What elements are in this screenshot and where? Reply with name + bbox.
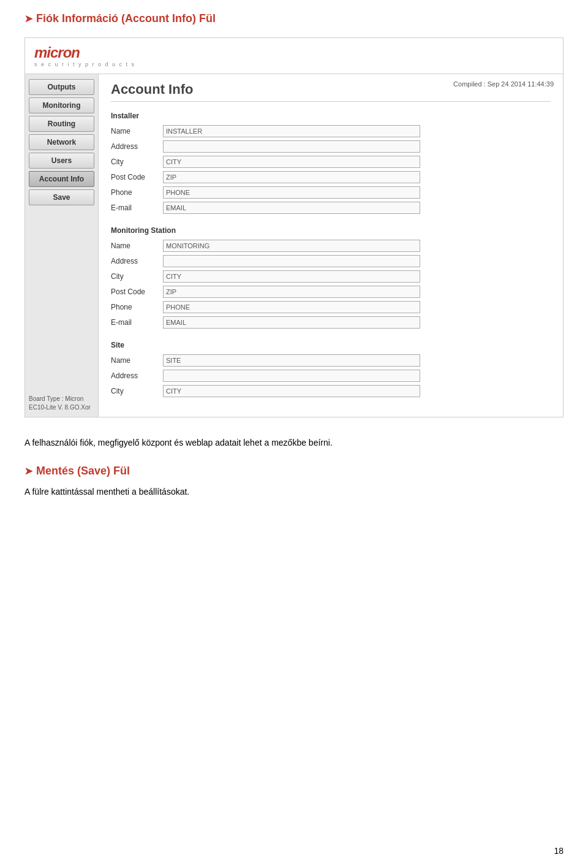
input-site-city[interactable]	[163, 385, 420, 397]
page-heading-text: Fiók Információ (Account Info) Fül	[36, 12, 216, 25]
form-row-site-name: Name	[111, 354, 551, 367]
label-address-3: Address	[111, 371, 163, 380]
sidebar-btn-routing[interactable]: Routing	[29, 116, 94, 132]
form-row-installer-name: Name	[111, 125, 551, 137]
form-row-installer-phone: Phone	[111, 186, 551, 199]
save-heading-text: Mentés (Save) Fül	[36, 465, 130, 478]
label-city-3: City	[111, 387, 163, 395]
input-installer-phone[interactable]	[163, 186, 420, 199]
input-monitoring-address[interactable]	[163, 255, 420, 267]
input-installer-city[interactable]	[163, 156, 420, 168]
sidebar-footer: Board Type : Micron EC10-Lite V. 8.GO.Xo…	[29, 390, 94, 412]
board-version: EC10-Lite V. 8.GO.Xor	[29, 404, 91, 411]
form-row-monitoring-postcode: Post Code	[111, 286, 551, 298]
logo: micron s e c u r i t y p r o d u c t s	[34, 44, 135, 67]
form-row-installer-city: City	[111, 156, 551, 168]
installer-section-label: Installer	[111, 112, 551, 120]
save-section-heading: Mentés (Save) Fül	[24, 465, 564, 478]
label-address-1: Address	[111, 142, 163, 151]
compiled-info: Compiled : Sep 24 2014 11:44:39	[453, 80, 554, 88]
app-body: Outputs Monitoring Routing Network Users…	[25, 74, 563, 417]
board-type-label: Board Type : Micron	[29, 395, 83, 402]
save-description: A fülre kattintással mentheti a beállítá…	[24, 485, 564, 498]
logo-brand: micron	[34, 44, 80, 61]
form-row-site-city: City	[111, 385, 551, 397]
label-name-3: Name	[111, 356, 163, 365]
sidebar: Outputs Monitoring Routing Network Users…	[25, 74, 99, 417]
input-installer-name[interactable]	[163, 125, 420, 137]
form-row-installer-email: E-mail	[111, 202, 551, 214]
sidebar-btn-monitoring[interactable]: Monitoring	[29, 97, 94, 113]
input-monitoring-email[interactable]	[163, 316, 420, 329]
form-row-installer-postcode: Post Code	[111, 171, 551, 183]
label-email-2: E-mail	[111, 318, 163, 327]
form-row-installer-address: Address	[111, 140, 551, 153]
description-text: A felhasználói fiók, megfigyelő központ …	[24, 436, 564, 449]
form-row-monitoring-name: Name	[111, 240, 551, 252]
main-content: Compiled : Sep 24 2014 11:44:39 Account …	[99, 74, 563, 417]
logo-subtitle: s e c u r i t y p r o d u c t s	[34, 61, 135, 67]
form-row-monitoring-city: City	[111, 270, 551, 283]
site-section: Site Name Address City	[111, 341, 551, 397]
form-row-site-address: Address	[111, 370, 551, 382]
site-section-label: Site	[111, 341, 551, 349]
input-monitoring-name[interactable]	[163, 240, 420, 252]
input-installer-address[interactable]	[163, 140, 420, 153]
sidebar-btn-account-info[interactable]: Account Info	[29, 171, 94, 187]
input-monitoring-postcode[interactable]	[163, 286, 420, 298]
page-heading: Fiók Információ (Account Info) Fül	[24, 12, 564, 25]
label-city-2: City	[111, 272, 163, 281]
label-city-1: City	[111, 158, 163, 166]
form-row-monitoring-email: E-mail	[111, 316, 551, 329]
monitoring-section-label: Monitoring Station	[111, 226, 551, 235]
app-header: micron s e c u r i t y p r o d u c t s	[25, 38, 563, 74]
label-email-1: E-mail	[111, 204, 163, 212]
sidebar-btn-outputs[interactable]: Outputs	[29, 79, 94, 95]
installer-section: Installer Name Address City Post Code	[111, 112, 551, 214]
app-container: micron s e c u r i t y p r o d u c t s O…	[24, 37, 564, 417]
label-name-1: Name	[111, 127, 163, 135]
monitoring-section: Monitoring Station Name Address City Pos…	[111, 226, 551, 329]
sidebar-btn-network[interactable]: Network	[29, 134, 94, 150]
sidebar-btn-save[interactable]: Save	[29, 189, 94, 205]
label-name-2: Name	[111, 242, 163, 250]
input-installer-email[interactable]	[163, 202, 420, 214]
input-site-address[interactable]	[163, 370, 420, 382]
sidebar-btn-users[interactable]: Users	[29, 153, 94, 169]
label-address-2: Address	[111, 257, 163, 265]
input-monitoring-phone[interactable]	[163, 301, 420, 313]
label-phone-1: Phone	[111, 188, 163, 197]
form-row-monitoring-address: Address	[111, 255, 551, 267]
label-phone-2: Phone	[111, 303, 163, 311]
label-postcode-1: Post Code	[111, 173, 163, 181]
input-monitoring-city[interactable]	[163, 270, 420, 283]
input-installer-postcode[interactable]	[163, 171, 420, 183]
form-row-monitoring-phone: Phone	[111, 301, 551, 313]
input-site-name[interactable]	[163, 354, 420, 367]
label-postcode-2: Post Code	[111, 287, 163, 296]
